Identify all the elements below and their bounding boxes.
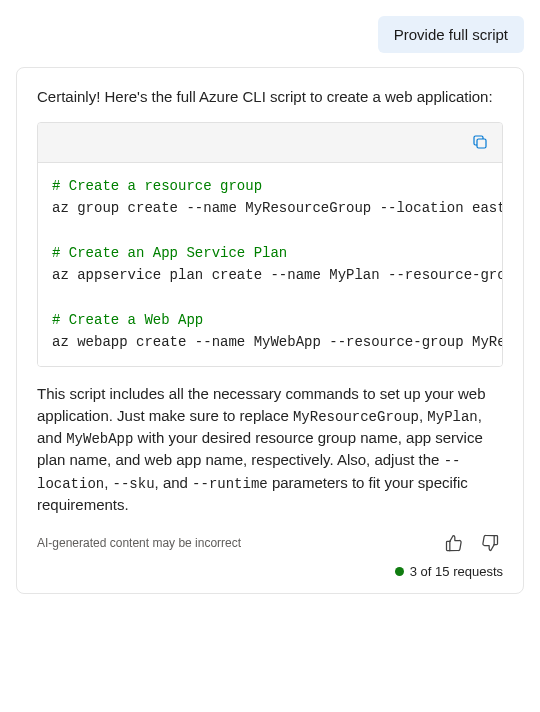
inline-code: --runtime <box>192 476 268 492</box>
assistant-text-block: Certainly! Here's the full Azure CLI scr… <box>37 86 503 516</box>
thumbs-down-button[interactable] <box>477 530 503 556</box>
inline-code: --sku <box>113 476 155 492</box>
assistant-intro: Certainly! Here's the full Azure CLI scr… <box>37 86 503 108</box>
user-message-row: Provide full script <box>16 16 524 53</box>
thumbs-down-icon <box>480 533 500 553</box>
code-line: az group create --name MyResourceGroup -… <box>52 200 502 216</box>
assistant-outro: This script includes all the necessary c… <box>37 383 503 516</box>
assistant-message-card: Certainly! Here's the full Azure CLI scr… <box>16 67 524 594</box>
outro-text: , <box>104 474 112 491</box>
copy-button[interactable] <box>468 130 492 154</box>
thumbs-up-icon <box>444 533 464 553</box>
outro-text: , and <box>155 474 193 491</box>
user-message-text: Provide full script <box>394 26 508 43</box>
requests-status-row: 3 of 15 requests <box>37 564 503 579</box>
inline-code: MyResourceGroup <box>293 409 419 425</box>
status-dot-icon <box>395 567 404 576</box>
code-comment: # Create a resource group <box>52 178 262 194</box>
code-toolbar <box>38 123 502 163</box>
code-comment: # Create a Web App <box>52 312 203 328</box>
inline-code: MyPlan <box>427 409 477 425</box>
svg-rect-0 <box>477 139 486 148</box>
copy-icon <box>471 133 489 151</box>
code-line: az webapp create --name MyWebApp --resou… <box>52 334 502 350</box>
inline-code: MyWebApp <box>66 431 133 447</box>
thumbs-up-button[interactable] <box>441 530 467 556</box>
user-message-bubble: Provide full script <box>378 16 524 53</box>
code-content: # Create a resource group az group creat… <box>38 163 502 366</box>
code-line: az appservice plan create --name MyPlan … <box>52 267 502 283</box>
code-block: # Create a resource group az group creat… <box>37 122 503 367</box>
footer-row: AI-generated content may be incorrect <box>37 530 503 556</box>
code-comment: # Create an App Service Plan <box>52 245 287 261</box>
feedback-buttons <box>441 530 503 556</box>
ai-disclaimer: AI-generated content may be incorrect <box>37 536 241 550</box>
requests-counter: 3 of 15 requests <box>410 564 503 579</box>
